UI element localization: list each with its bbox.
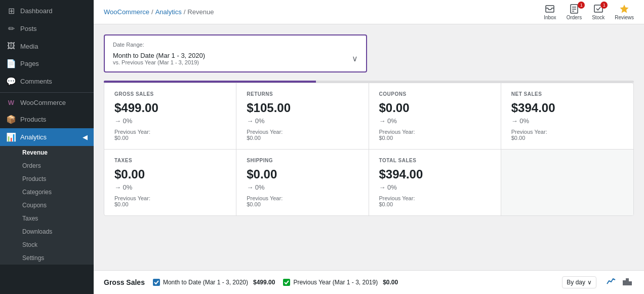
legend-item-2: Previous Year (Mar 1 - 3, 2019) $0.00 bbox=[283, 279, 398, 286]
sidebar: ⊞ Dashboard ✏ Posts 🖼 Media 📄 Pages 💬 Co… bbox=[0, 0, 94, 294]
sidebar-subitem-settings[interactable]: Settings bbox=[0, 251, 94, 265]
date-range-secondary: vs. Previous Year (Mar 1 - 3, 2019) bbox=[113, 59, 205, 65]
date-range-label: Date Range: bbox=[113, 42, 358, 48]
svg-rect-0 bbox=[546, 6, 554, 12]
woocommerce-icon: W bbox=[6, 99, 16, 106]
stat-shipping: SHIPPING $0.00 → 0% Previous Year: $0.00 bbox=[236, 150, 369, 215]
revenue-label: Revenue bbox=[22, 149, 48, 156]
comments-icon: 💬 bbox=[6, 77, 16, 86]
sidebar-subitem-downloads[interactable]: Downloads bbox=[0, 225, 94, 238]
topbar-icons: Inbox 1 Orders 1 Stock bbox=[544, 4, 634, 20]
sidebar-subitem-taxes[interactable]: Taxes bbox=[0, 212, 94, 225]
svg-rect-8 bbox=[626, 279, 628, 285]
date-range-select[interactable]: Month to Date (Mar 1 - 3, 2020) vs. Prev… bbox=[113, 52, 358, 65]
stats-row-1: GROSS SALES $499.00 → 0% Previous Year: … bbox=[104, 83, 633, 150]
categories-label: Categories bbox=[22, 189, 52, 196]
stat-taxes: TAXES $0.00 → 0% Previous Year: $0.00 bbox=[104, 150, 236, 215]
sidebar-item-comments[interactable]: 💬 Comments bbox=[0, 72, 94, 90]
breadcrumb-woocommerce[interactable]: WooCommerce bbox=[104, 8, 149, 16]
topbar: WooCommerce / Analytics / Revenue Inbox bbox=[94, 0, 644, 24]
shipping-delta: → 0% bbox=[247, 183, 358, 191]
net-sales-value: $394.00 bbox=[511, 101, 623, 115]
stock-label: Stock bbox=[592, 15, 605, 20]
net-sales-delta: → 0% bbox=[511, 117, 623, 125]
posts-icon: ✏ bbox=[6, 24, 16, 33]
analytics-arrow-icon: ◀ bbox=[83, 133, 88, 141]
stats-grid: GROSS SALES $499.00 → 0% Previous Year: … bbox=[104, 83, 634, 216]
stat-empty bbox=[501, 150, 633, 215]
sidebar-item-posts[interactable]: ✏ Posts bbox=[0, 20, 94, 38]
inbox-label: Inbox bbox=[544, 15, 556, 20]
sidebar-item-products[interactable]: 📦 Products bbox=[0, 111, 94, 128]
sidebar-subitem-stock[interactable]: Stock bbox=[0, 238, 94, 251]
shipping-value: $0.00 bbox=[247, 167, 358, 181]
coupons-label: Coupons bbox=[22, 202, 47, 209]
stat-total-sales: TOTAL SALES $394.00 → 0% Previous Year: … bbox=[369, 150, 501, 215]
stat-net-sales: NET SALES $394.00 → 0% Previous Year: $0… bbox=[501, 83, 633, 149]
sidebar-item-label: Comments bbox=[20, 78, 52, 85]
taxes-delta: → 0% bbox=[114, 183, 226, 191]
analytics-icon: 📊 bbox=[6, 132, 16, 142]
svg-marker-6 bbox=[620, 5, 629, 13]
chart-toggle bbox=[605, 276, 634, 289]
topbar-reviews[interactable]: Reviews bbox=[615, 4, 634, 20]
breadcrumb-sep1: / bbox=[151, 8, 153, 16]
sidebar-subitem-coupons[interactable]: Coupons bbox=[0, 199, 94, 212]
sidebar-item-pages[interactable]: 📄 Pages bbox=[0, 55, 94, 72]
gross-sales-value: $499.00 bbox=[114, 101, 226, 115]
settings-label: Settings bbox=[22, 254, 44, 262]
bar-chart-button[interactable] bbox=[621, 276, 634, 289]
sidebar-item-label: Media bbox=[20, 43, 38, 50]
sidebar-item-label: Dashboard bbox=[20, 7, 53, 15]
inbox-icon bbox=[545, 4, 555, 14]
products-icon: 📦 bbox=[6, 115, 16, 124]
gross-sales-delta: → 0% bbox=[114, 117, 226, 125]
legend-1-text: Month to Date (Mar 1 - 3, 2020) bbox=[163, 279, 248, 286]
date-range-box[interactable]: Date Range: Month to Date (Mar 1 - 3, 20… bbox=[104, 34, 367, 72]
stock-label: Stock bbox=[22, 241, 37, 248]
sidebar-item-woocommerce[interactable]: W WooCommerce bbox=[0, 95, 94, 111]
sidebar-subitem-categories[interactable]: Categories bbox=[0, 186, 94, 199]
sidebar-item-label: Products bbox=[20, 116, 46, 123]
sidebar-item-media[interactable]: 🖼 Media bbox=[0, 38, 94, 55]
orders-label: Orders bbox=[567, 15, 582, 20]
products-sub-label: Products bbox=[22, 175, 46, 182]
pages-icon: 📄 bbox=[6, 59, 16, 68]
breadcrumb-analytics[interactable]: Analytics bbox=[155, 8, 182, 16]
by-day-select[interactable]: By day ∨ bbox=[562, 276, 596, 288]
taxes-value: $0.00 bbox=[114, 167, 226, 181]
coupons-delta: → 0% bbox=[379, 117, 491, 125]
net-sales-previous: Previous Year: $0.00 bbox=[511, 129, 623, 141]
total-sales-label: TOTAL SALES bbox=[379, 158, 491, 163]
gross-sales-label: GROSS SALES bbox=[114, 91, 226, 97]
sidebar-item-analytics[interactable]: 📊 Analytics ◀ bbox=[0, 128, 94, 146]
star-icon bbox=[619, 4, 629, 14]
stat-gross-sales: GROSS SALES $499.00 → 0% Previous Year: … bbox=[104, 83, 236, 149]
taxes-previous: Previous Year: $0.00 bbox=[114, 195, 226, 207]
date-range-primary: Month to Date (Mar 1 - 3, 2020) bbox=[113, 52, 205, 59]
sidebar-subitem-products[interactable]: Products bbox=[0, 172, 94, 186]
stock-badge: 1 bbox=[600, 2, 608, 9]
bottom-bar: Gross Sales Month to Date (Mar 1 - 3, 20… bbox=[94, 270, 644, 294]
orders-label: Orders bbox=[22, 162, 41, 169]
gross-sales-previous: Previous Year: $0.00 bbox=[114, 129, 226, 141]
sidebar-subitem-revenue[interactable]: Revenue bbox=[0, 146, 94, 159]
topbar-orders[interactable]: 1 Orders bbox=[567, 4, 582, 20]
stat-coupons: COUPONS $0.00 → 0% Previous Year: $0.00 bbox=[369, 83, 501, 149]
returns-value: $105.00 bbox=[247, 101, 358, 115]
line-chart-button[interactable] bbox=[605, 276, 618, 289]
shipping-previous: Previous Year: $0.00 bbox=[247, 195, 358, 207]
sidebar-subitem-orders[interactable]: Orders bbox=[0, 159, 94, 172]
legend-item-1: Month to Date (Mar 1 - 3, 2020) $499.00 bbox=[153, 279, 275, 286]
svg-rect-7 bbox=[623, 281, 625, 285]
coupons-label: COUPONS bbox=[379, 91, 491, 97]
legend-2-text: Previous Year (Mar 1 - 3, 2019) bbox=[293, 279, 378, 286]
legend-2-value: $0.00 bbox=[383, 279, 398, 286]
sidebar-item-label: WooCommerce bbox=[20, 99, 66, 106]
orders-badge: 1 bbox=[578, 2, 585, 9]
returns-previous: Previous Year: $0.00 bbox=[247, 129, 358, 141]
sidebar-item-dashboard[interactable]: ⊞ Dashboard bbox=[0, 2, 94, 20]
topbar-inbox[interactable]: Inbox bbox=[544, 4, 556, 20]
topbar-stock[interactable]: 1 Stock bbox=[592, 4, 605, 20]
net-sales-label: NET SALES bbox=[511, 91, 623, 97]
